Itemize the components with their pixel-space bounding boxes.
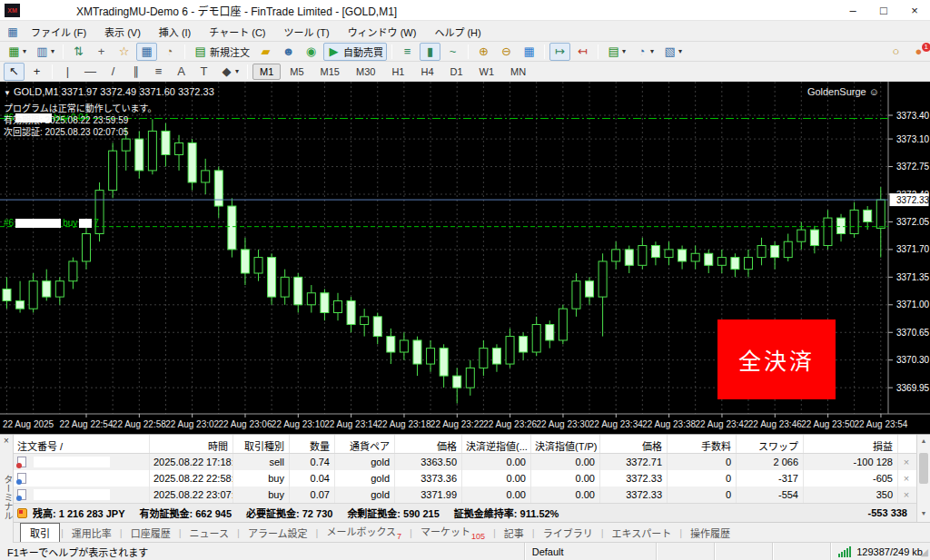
status-profile[interactable]: Default [525,543,657,560]
text-button[interactable]: A [171,63,192,81]
line-chart-button[interactable]: ~ [442,43,463,61]
chart-shift-button[interactable]: ↤ [572,43,593,61]
column-header[interactable]: 通貨ペア [335,435,395,453]
tab-9[interactable]: エキスパート [605,524,679,542]
tab-8[interactable]: ライブラリ [536,524,600,542]
menu-item[interactable]: ファイル (F) [22,25,95,41]
fibonacci-button[interactable]: ≡ [148,63,169,81]
menu-item[interactable]: ヘルプ (H) [425,25,490,41]
collapse-icon[interactable]: ▼ [4,89,11,97]
signals-button[interactable]: ◉ [301,43,322,61]
equidistant-channel-button[interactable]: ∥ [125,63,146,81]
timeframe-w1-button[interactable]: W1 [472,64,502,80]
close-order-icon[interactable]: × [898,470,916,486]
tab-7[interactable]: 記事 [497,524,531,542]
tab-4[interactable]: アラーム設定 [241,524,315,542]
column-header[interactable]: 数量 [290,435,335,453]
standard-toolbar: ▦▾▥▾⇅+☆▦◔▤新規注文▰☻◉▶自動売買≡▮~⊕⊖▦↦↤▤▾◔▾▧▾○●1 [0,42,930,62]
column-header[interactable]: 価格 [600,435,668,453]
column-header[interactable]: 決済逆指値(... [462,435,531,453]
timeframe-m30-button[interactable]: M30 [349,64,382,80]
tab-3[interactable]: ニュース [183,524,236,542]
text-label-button[interactable]: T [193,63,214,81]
menu-item[interactable]: 表示 (V) [95,25,150,41]
xm-logo-icon[interactable]: XM [5,4,20,17]
tab-5[interactable]: メールボックス7 [319,522,409,542]
column-header[interactable]: 注文番号 / [14,435,150,453]
auto-scroll-button[interactable]: ↦ [549,43,570,61]
close-order-icon[interactable]: × [898,454,916,470]
close-order-icon[interactable]: × [898,486,916,503]
status-connection[interactable]: 129387/249 kb [831,543,930,560]
tab-1[interactable]: 運用比率 [64,524,119,542]
metaeditor-button[interactable]: ▰ [255,43,276,61]
scroll-up-icon[interactable]: ▲ [917,435,930,447]
trendline-button[interactable]: / [103,63,124,81]
candlestick-button[interactable]: ▮ [420,43,440,61]
market-watch-button[interactable]: ⇅ [68,43,89,61]
close-button[interactable]: × [899,0,930,21]
scroll-down-icon[interactable]: ▼ [917,507,930,520]
close-all-button[interactable]: 全決済 [717,319,836,399]
column-header[interactable]: 手数料 [668,435,737,453]
tile-windows-button[interactable]: ▦ [519,43,539,61]
tab-10[interactable]: 操作履歴 [683,524,737,542]
resize-grip[interactable]: ◢ [921,546,928,558]
horizontal-line-button[interactable]: — [80,63,101,81]
terminal-scrollbar[interactable]: ▲ ▼ [916,435,930,522]
menu-item[interactable]: ウィンドウ (W) [339,25,426,41]
maximize-button[interactable]: □ [868,0,899,21]
new-chart-button[interactable]: ▦▾ [4,43,30,61]
strategy-tester-button[interactable]: ◔ [159,43,180,61]
terminal-button[interactable]: ▦ [136,43,157,61]
order-row[interactable]: 2025.08.22 17:18:24sell0.74gold3363.500.… [14,454,916,470]
tab-6[interactable]: マーケット105 [413,522,492,542]
indicators-button[interactable]: ▤▾ [603,43,629,61]
timeframe-m5-button[interactable]: M5 [282,64,311,80]
chart-window-icon[interactable]: ▦ [4,25,22,38]
menu-item[interactable]: チャート (C) [200,25,274,41]
tab-2[interactable]: 口座履歴 [124,524,178,542]
svg-text:22 Aug 23:30: 22 Aug 23:30 [536,419,589,429]
navigator-button[interactable]: ☆ [114,43,134,61]
zoom-in-button[interactable]: ⊕ [473,43,494,61]
templates-button[interactable]: ▧▾ [659,43,686,61]
order-row[interactable]: 2025.08.22 23:07:44buy0.07gold3371.990.0… [14,486,916,503]
data-window-button[interactable]: + [91,43,112,61]
new-order-button[interactable]: ▤新規注文 [190,43,253,61]
community-button[interactable]: ☻ [278,43,299,61]
profiles-button[interactable]: ▥▾ [32,43,58,61]
chart-area[interactable]: 3373.403373.103372.753372.403372.053371.… [0,82,930,434]
crosshair-button[interactable]: + [26,63,47,81]
timeframe-d1-button[interactable]: D1 [443,64,470,80]
timeframe-mn-button[interactable]: MN [503,64,533,80]
timeframe-h1-button[interactable]: H1 [384,64,411,80]
order-row[interactable]: 2025.08.22 22:58:47buy0.04gold3373.360.0… [14,470,916,486]
column-header[interactable]: 価格 [395,435,462,453]
column-header[interactable]: 損益 [804,435,898,453]
search-button[interactable]: ○ [885,43,906,61]
bar-chart-button[interactable]: ≡ [397,43,418,61]
periods-button[interactable]: ◔▾ [631,43,658,61]
notifications-button[interactable]: ●1 [908,43,929,61]
terminal-close-icon[interactable]: × [0,435,13,447]
vertical-line-button[interactable]: | [57,63,78,81]
fibonacci-icon: ≡ [152,64,165,79]
scroll-thumb[interactable] [919,453,928,484]
column-header[interactable]: 取引種別 [233,435,290,453]
auto-trading-button[interactable]: ▶自動売買 [323,43,387,61]
tab-trade[interactable]: 取引 [20,523,60,543]
minimize-button[interactable]: – [837,0,868,21]
column-header[interactable]: 時間 [150,435,233,453]
timeframe-h4-button[interactable]: H4 [413,64,440,80]
shapes-button[interactable]: ◆▾ [216,63,242,81]
timeframe-m15-button[interactable]: M15 [313,64,347,80]
column-header[interactable]: 決済指値(T/P) [531,435,600,453]
column-header[interactable]: スワップ [737,435,804,453]
zoom-out-button[interactable]: ⊖ [496,43,517,61]
toolbar-separator [184,44,185,59]
menu-item[interactable]: ツール (T) [275,25,339,41]
timeframe-m1-button[interactable]: M1 [252,64,281,80]
menu-item[interactable]: 挿入 (I) [150,25,200,41]
cursor-button[interactable]: ↖ [4,63,25,81]
